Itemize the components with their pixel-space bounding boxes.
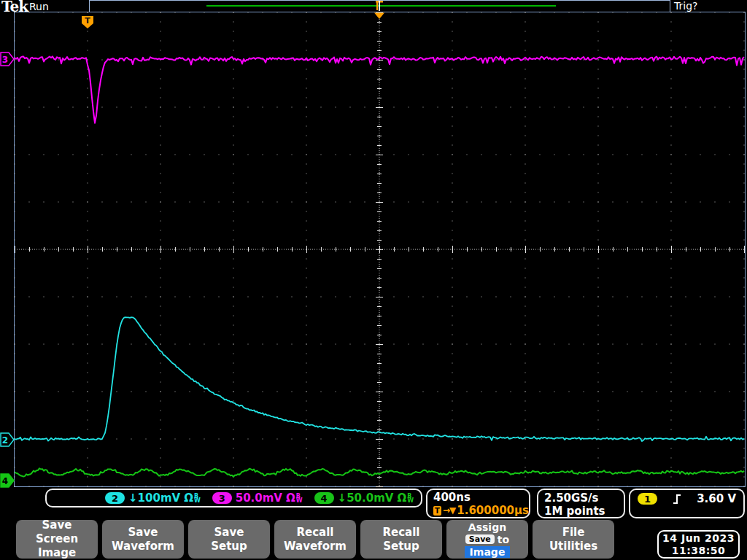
trigger-level: 3.60 V bbox=[697, 492, 736, 505]
channel-3-position-marker: 3 bbox=[1, 52, 14, 66]
channel-2-coupling: ΩBW bbox=[184, 491, 201, 505]
oscilloscope-screen: Tek Run Trig? 234T 2 ↓100mV ΩBW 3 50.0mV… bbox=[0, 0, 747, 560]
recall-waveform-button[interactable]: RecallWaveform bbox=[274, 520, 356, 559]
assign-target-highlight: Image bbox=[465, 546, 511, 558]
svg-text:3: 3 bbox=[2, 55, 8, 65]
channel-4-readout: 4 ↓50.0mV ΩBW bbox=[314, 491, 414, 505]
channel-3-readout: 3 50.0mV ΩBW bbox=[212, 491, 303, 505]
graticule-frame bbox=[14, 12, 746, 487]
datetime-display: 14 Jun 2023 11:38:50 bbox=[657, 530, 740, 559]
channel-4-position-marker: 4 bbox=[1, 474, 14, 487]
save-key-badge: Save bbox=[465, 534, 495, 544]
trigger-source-badge: 1 bbox=[638, 493, 657, 505]
trigger-status: Trig? bbox=[674, 0, 697, 12]
channel-2-scale: ↓100mV bbox=[128, 491, 180, 505]
trigger-readout-box: 1 3.60 V bbox=[629, 489, 745, 518]
date: 14 Jun 2023 bbox=[659, 532, 738, 545]
save-waveform-button[interactable]: SaveWaveform bbox=[102, 520, 184, 559]
horizontal-delay: T→▼1.600000µs bbox=[433, 504, 529, 517]
recall-setup-button[interactable]: RecallSetup bbox=[360, 520, 442, 559]
record-view-bar bbox=[89, 0, 670, 12]
channel-2-badge: 2 bbox=[105, 492, 125, 504]
channel-4-coupling: ΩBW bbox=[397, 491, 414, 505]
delay-arrow-icon: →▼ bbox=[443, 505, 455, 516]
horizontal-readout-box: 400ns T→▼1.600000µs bbox=[426, 489, 530, 518]
record-length: 1M points bbox=[544, 505, 624, 518]
channel-3-scale: 50.0mV bbox=[236, 491, 282, 505]
record-view-window bbox=[206, 5, 556, 7]
channel-3-coupling: ΩBW bbox=[286, 491, 303, 505]
channel-4-badge: 4 bbox=[314, 492, 334, 504]
channel-readout-box: 2 ↓100mV ΩBW 3 50.0mV ΩBW 4 ↓50.0mV ΩBW bbox=[45, 489, 422, 508]
save-setup-button[interactable]: SaveSetup bbox=[188, 520, 270, 559]
trigger-t-icon: T bbox=[433, 506, 441, 516]
channel-3-badge: 3 bbox=[212, 492, 232, 504]
horizontal-scale: 400ns bbox=[433, 491, 529, 504]
save-screen-image-button[interactable]: SaveScreen Image bbox=[16, 520, 98, 559]
time: 11:38:50 bbox=[659, 545, 738, 557]
svg-text:2: 2 bbox=[2, 435, 8, 446]
bandwidth-limit-icon: BW bbox=[296, 494, 303, 503]
channel-2-position-marker: 2 bbox=[1, 433, 14, 446]
assign-save-to-image-button[interactable]: Assign Saveto Image bbox=[446, 520, 528, 559]
channel-2-readout: 2 ↓100mV ΩBW bbox=[105, 491, 201, 505]
sample-rate: 2.50GS/s bbox=[544, 491, 624, 505]
acquisition-readout-box: 2.50GS/s 1M points bbox=[537, 489, 625, 518]
rising-edge-icon bbox=[671, 492, 683, 505]
file-utilities-button[interactable]: FileUtilities bbox=[533, 520, 614, 559]
channel-4-scale: ↓50.0mV bbox=[338, 491, 394, 505]
svg-text:4: 4 bbox=[2, 476, 8, 486]
bandwidth-limit-icon: BW bbox=[194, 494, 201, 503]
acquisition-status: Run bbox=[29, 1, 49, 12]
bandwidth-limit-icon: BW bbox=[407, 494, 414, 503]
